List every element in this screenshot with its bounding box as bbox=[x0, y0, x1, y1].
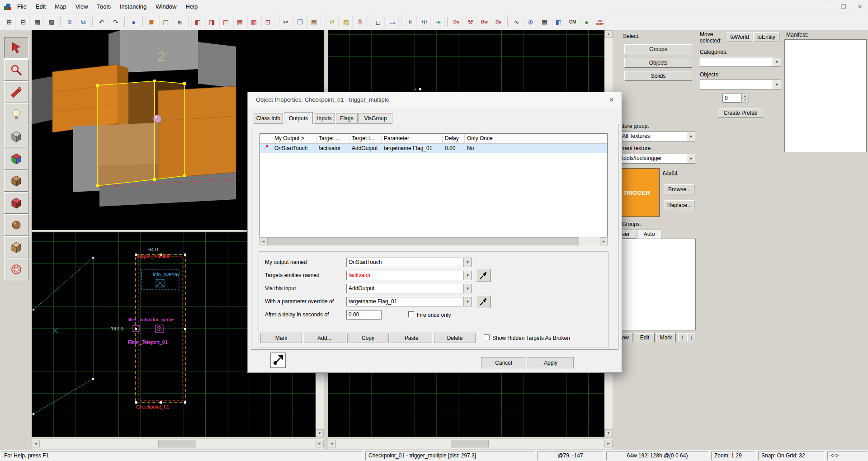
paste-icon[interactable]: ▤ bbox=[307, 16, 321, 28]
carve-icon[interactable]: ● bbox=[127, 16, 140, 28]
displacement-alpha-icon[interactable]: Da bbox=[492, 16, 505, 28]
smaller-grid-icon[interactable]: ▦ bbox=[31, 16, 44, 28]
ungroup-icon[interactable]: ▢ bbox=[159, 16, 172, 28]
table-row[interactable]: OnStartTouch !activator AddOutput target… bbox=[260, 144, 607, 153]
displacement-wireframe-icon[interactable]: Dw bbox=[478, 16, 491, 28]
split-view-icon[interactable]: ◧ bbox=[552, 16, 565, 28]
copy-icon[interactable]: ❐ bbox=[293, 16, 307, 28]
tab-inputs[interactable]: Inputs bbox=[314, 113, 335, 124]
objects-select[interactable] bbox=[700, 80, 781, 89]
nodraw-icon[interactable]: no draw bbox=[594, 16, 606, 28]
apply-button[interactable]: Apply bbox=[528, 357, 574, 368]
categories-select[interactable] bbox=[700, 57, 781, 67]
close-button[interactable]: ✕ bbox=[852, 0, 868, 14]
select-objects-button[interactable]: Objects bbox=[624, 58, 692, 68]
run-map-icon[interactable]: ● bbox=[580, 16, 593, 28]
manifest-list[interactable] bbox=[784, 39, 867, 152]
select-solids-button[interactable]: Solids bbox=[624, 71, 692, 81]
tab-flags[interactable]: Flags bbox=[336, 113, 358, 124]
copy-button[interactable]: Copy bbox=[347, 333, 389, 343]
visgroup-move-up-button[interactable]: ↑ bbox=[678, 333, 686, 342]
trigger-origin-handle[interactable] bbox=[153, 115, 161, 123]
scroll-left-arrow[interactable] bbox=[32, 440, 40, 447]
browse-button[interactable]: Browse... bbox=[665, 184, 694, 194]
minimize-button[interactable]: — bbox=[819, 0, 835, 14]
scroll-up-arrow[interactable] bbox=[604, 30, 613, 38]
menu-file[interactable]: File bbox=[13, 0, 31, 14]
select-touching-icon[interactable]: ⊡ bbox=[261, 16, 274, 28]
select-groups-button[interactable]: Groups bbox=[624, 44, 692, 54]
entity-handle[interactable] bbox=[419, 88, 421, 90]
menu-view[interactable]: View bbox=[71, 0, 93, 14]
scroll-thumb[interactable] bbox=[451, 440, 489, 447]
prefab-count-input[interactable]: 0 bbox=[722, 94, 741, 103]
create-prefab-button[interactable]: Create Prefab bbox=[718, 108, 763, 118]
visgroup-edit-button[interactable]: Edit bbox=[635, 333, 655, 342]
delay-input[interactable]: 0.00 bbox=[346, 310, 382, 320]
scrollbar-horizontal-bottom-right[interactable] bbox=[328, 439, 613, 449]
smoothing-group-icon[interactable]: ∿ bbox=[510, 16, 523, 28]
my-output-select[interactable]: OnStartTouch bbox=[346, 258, 472, 267]
block-tool-button[interactable] bbox=[4, 126, 28, 147]
grid-3d-view-icon[interactable]: ▦ bbox=[538, 16, 551, 28]
ignore-groups-icon[interactable]: ig bbox=[173, 16, 186, 28]
spinner-up-arrow[interactable] bbox=[741, 94, 749, 98]
paste-button[interactable]: Paste bbox=[391, 333, 432, 343]
to-entity-button[interactable]: toEntity bbox=[753, 32, 779, 42]
visgroup-tab-auto[interactable]: Auto bbox=[637, 230, 661, 239]
scrollbar-horizontal-bottom-left[interactable] bbox=[32, 439, 324, 449]
spinner-down-arrow[interactable] bbox=[741, 98, 749, 103]
column-parameter[interactable]: Parameter bbox=[382, 134, 443, 144]
menu-map[interactable]: Map bbox=[50, 0, 71, 14]
restore-button[interactable]: ❐ bbox=[835, 0, 852, 14]
fire-once-checkbox[interactable] bbox=[408, 311, 414, 317]
camera-tool-button[interactable] bbox=[4, 81, 28, 103]
larger-grid-icon[interactable]: ▩ bbox=[45, 16, 58, 28]
replace-button[interactable]: Replace... bbox=[665, 200, 694, 210]
select-mode-icon[interactable]: ◻ bbox=[372, 16, 385, 28]
magnify-tool-button[interactable] bbox=[4, 59, 28, 81]
mark-button[interactable]: Mark bbox=[260, 333, 302, 343]
scroll-down-arrow[interactable] bbox=[316, 429, 324, 437]
scroll-left-arrow[interactable] bbox=[259, 237, 267, 245]
menu-window[interactable]: Window bbox=[151, 0, 181, 14]
save-window-state-icon[interactable]: ⧉ bbox=[77, 16, 90, 28]
check-map-icon[interactable]: CM bbox=[566, 16, 579, 28]
cordon-icon[interactable]: ▤ bbox=[233, 16, 246, 28]
apply-decals-tool-button[interactable] bbox=[4, 192, 28, 214]
menu-help[interactable]: Help bbox=[181, 0, 202, 14]
undo-icon[interactable]: ↶ bbox=[95, 16, 108, 28]
texture-application-tool-button[interactable] bbox=[4, 148, 28, 169]
scroll-right-arrow[interactable] bbox=[316, 440, 324, 447]
eyedropper-parameter-button[interactable] bbox=[476, 295, 491, 308]
targets-entities-select[interactable]: !activator bbox=[346, 271, 472, 280]
load-window-state-icon[interactable]: ⧈ bbox=[63, 16, 76, 28]
via-input-select[interactable]: AddOutput bbox=[346, 284, 472, 293]
cut-icon[interactable]: ✂ bbox=[279, 16, 292, 28]
texture-lock-icon[interactable]: /// bbox=[326, 16, 339, 28]
scroll-thumb[interactable] bbox=[267, 237, 579, 245]
column-my-output[interactable]: My Output > bbox=[272, 134, 316, 144]
menu-tools[interactable]: Tools bbox=[93, 0, 115, 14]
apply-current-texture-button[interactable] bbox=[4, 170, 28, 192]
column-target-input[interactable]: Target I... bbox=[349, 134, 382, 144]
group-icon[interactable]: ▣ bbox=[145, 16, 158, 28]
vertex-scale-icon[interactable]: +|+ bbox=[418, 16, 431, 28]
displacement-overlay-icon[interactable]: Do bbox=[450, 16, 463, 28]
menu-edit[interactable]: Edit bbox=[31, 0, 50, 14]
column-icon[interactable] bbox=[260, 134, 272, 144]
tab-outputs[interactable]: Outputs bbox=[284, 112, 313, 124]
column-only-once[interactable]: Only Once bbox=[465, 134, 607, 144]
add-button[interactable]: Add... bbox=[304, 333, 345, 343]
radius-culling-icon[interactable]: ® bbox=[354, 16, 367, 28]
texture-lock-small-icon[interactable]: tl bbox=[404, 16, 417, 28]
outputs-table[interactable]: My Output > Target ... Target I... Param… bbox=[259, 133, 608, 237]
visgroup-mark-button[interactable]: Mark bbox=[656, 333, 676, 342]
outputs-table-scrollbar[interactable] bbox=[259, 237, 608, 245]
visgroup-move-down-button[interactable]: ↓ bbox=[687, 333, 695, 342]
texture-group-select[interactable]: All Textures bbox=[620, 132, 695, 141]
vertex-tool-button[interactable] bbox=[4, 259, 28, 280]
scroll-left-arrow[interactable] bbox=[328, 440, 336, 447]
edit-cordon-icon[interactable]: ▥ bbox=[247, 16, 260, 28]
tab-visgroup[interactable]: VisGroup bbox=[359, 113, 392, 124]
